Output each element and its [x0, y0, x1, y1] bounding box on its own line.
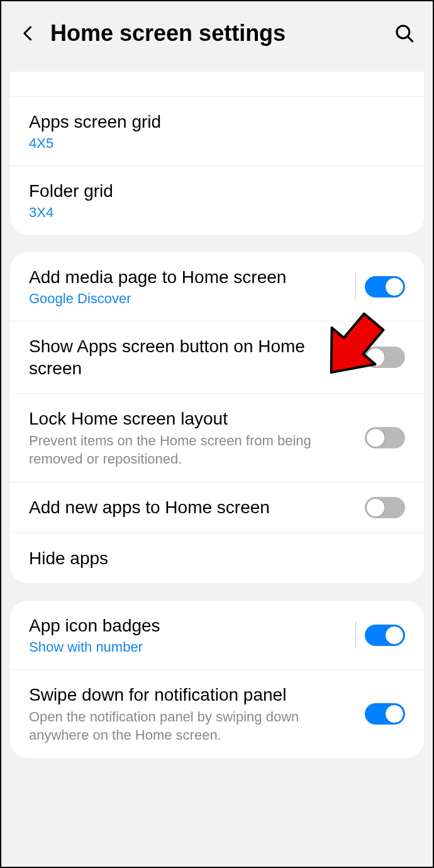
row-title: Hide apps — [29, 547, 395, 569]
svg-line-1 — [408, 36, 413, 42]
row-value: Show with number — [29, 639, 345, 655]
row-show-apps-button[interactable]: Show Apps screen button on Home screen — [10, 321, 424, 394]
row-lock-layout[interactable]: Lock Home screen layout Prevent items on… — [10, 394, 424, 482]
toggle-add-new-apps[interactable] — [365, 497, 405, 518]
row-title: Apps screen grid — [29, 111, 395, 133]
toggle-swipe-down[interactable] — [365, 703, 405, 725]
row-title: Swipe down for notification panel — [29, 684, 355, 706]
row-desc: Open the notification panel by swiping d… — [29, 708, 355, 744]
row-title: Lock Home screen layout — [29, 408, 355, 430]
header: Home screen settings — [1, 1, 433, 72]
row-value: Google Discover — [29, 291, 345, 307]
settings-group-grid: Apps screen grid 4X5 Folder grid 3X4 — [10, 72, 424, 235]
row-folder-grid[interactable]: Folder grid 3X4 — [10, 166, 424, 235]
row-add-media-page[interactable]: Add media page to Home screen Google Dis… — [10, 252, 424, 321]
back-icon[interactable] — [19, 24, 38, 43]
row-title: Folder grid — [29, 180, 395, 202]
row-title: App icon badges — [29, 615, 345, 637]
toggle-lock-layout[interactable] — [365, 427, 405, 448]
row-hide-apps[interactable]: Hide apps — [10, 533, 424, 583]
toggle-add-media-page[interactable] — [365, 276, 405, 298]
row-value: 4X5 — [29, 135, 395, 152]
row-title: Add media page to Home screen — [29, 266, 345, 288]
settings-group-home: Add media page to Home screen Google Dis… — [10, 252, 424, 583]
row-swipe-down-notification[interactable]: Swipe down for notification panel Open t… — [10, 670, 424, 758]
toggle-show-apps-button[interactable] — [365, 347, 405, 368]
divider — [355, 273, 356, 301]
row-apps-screen-grid[interactable]: Apps screen grid 4X5 — [10, 97, 424, 166]
row-title: Add new apps to Home screen — [29, 496, 355, 518]
settings-group-badges: App icon badges Show with number Swipe d… — [10, 601, 424, 758]
row-desc: Prevent items on the Home screen from be… — [29, 432, 355, 468]
row-title: Show Apps screen button on Home screen — [29, 335, 355, 379]
partial-row — [10, 72, 424, 97]
divider — [355, 621, 356, 649]
row-value: 3X4 — [29, 204, 395, 221]
row-add-new-apps[interactable]: Add new apps to Home screen — [10, 482, 424, 533]
toggle-app-icon-badges[interactable] — [365, 625, 405, 646]
page-title: Home screen settings — [50, 20, 381, 47]
row-app-icon-badges[interactable]: App icon badges Show with number — [10, 601, 424, 670]
search-icon[interactable] — [394, 23, 415, 44]
